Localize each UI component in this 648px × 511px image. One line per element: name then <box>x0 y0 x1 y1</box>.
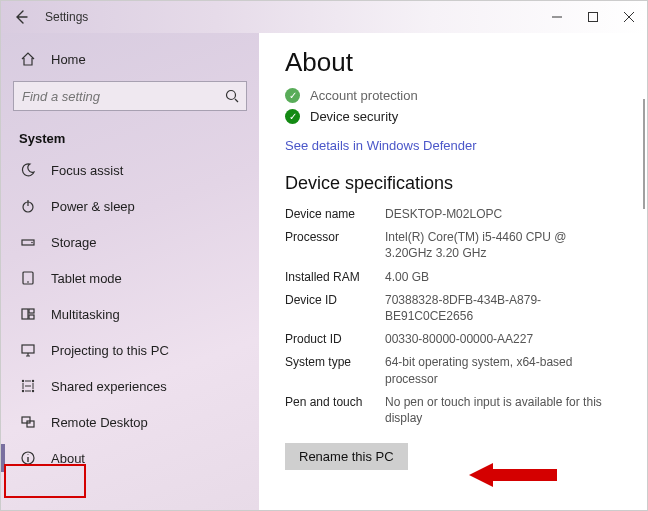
svg-point-13 <box>32 390 34 392</box>
svg-point-1 <box>227 91 236 100</box>
sidebar-item-label: Storage <box>51 235 97 250</box>
sidebar-item-tablet-mode[interactable]: Tablet mode <box>1 260 259 296</box>
content-pane: About ✓ Account protection ✓ Device secu… <box>259 33 647 510</box>
svg-rect-0 <box>589 13 598 22</box>
sidebar-item-label: Remote Desktop <box>51 415 148 430</box>
sidebar-item-home[interactable]: Home <box>1 41 259 77</box>
defender-link[interactable]: See details in Windows Defender <box>285 138 477 153</box>
svg-point-11 <box>32 380 34 382</box>
checkmark-icon: ✓ <box>285 109 300 124</box>
checkmark-icon: ✓ <box>285 88 300 103</box>
sidebar: Home System Focus assist <box>1 33 259 510</box>
window-title: Settings <box>41 1 539 33</box>
spec-label: Processor <box>285 229 385 261</box>
sidebar-item-label: Home <box>51 52 86 67</box>
sidebar-item-storage[interactable]: Storage <box>1 224 259 260</box>
status-label: Account protection <box>310 88 418 103</box>
sidebar-item-shared-experiences[interactable]: Shared experiences <box>1 368 259 404</box>
spec-table: Device name DESKTOP-M02LOPC Processor In… <box>285 206 627 426</box>
spec-value: Intel(R) Core(TM) i5-4460 CPU @ 3.20GHz … <box>385 229 627 261</box>
back-button[interactable] <box>1 1 41 33</box>
spec-value: 70388328-8DFB-434B-A879-BE91C0CE2656 <box>385 292 627 324</box>
multitasking-icon <box>19 306 37 322</box>
svg-rect-8 <box>29 315 34 319</box>
specs-heading: Device specifications <box>285 173 627 194</box>
status-row-account-protection: ✓ Account protection <box>285 88 627 103</box>
search-icon <box>225 89 239 103</box>
svg-rect-6 <box>22 309 28 319</box>
sidebar-item-focus-assist[interactable]: Focus assist <box>1 152 259 188</box>
sidebar-item-remote-desktop[interactable]: Remote Desktop <box>1 404 259 440</box>
sidebar-item-multitasking[interactable]: Multitasking <box>1 296 259 332</box>
spec-value: No pen or touch input is available for t… <box>385 394 627 426</box>
status-row-device-security: ✓ Device security <box>285 109 627 124</box>
spec-row-processor: Processor Intel(R) Core(TM) i5-4460 CPU … <box>285 229 627 261</box>
svg-rect-9 <box>22 345 34 353</box>
rename-pc-button[interactable]: Rename this PC <box>285 443 408 470</box>
maximize-icon <box>588 12 598 22</box>
sidebar-item-projecting[interactable]: Projecting to this PC <box>1 332 259 368</box>
spec-label: Installed RAM <box>285 269 385 285</box>
svg-rect-7 <box>29 309 34 313</box>
svg-point-12 <box>22 390 24 392</box>
spec-row-device-name: Device name DESKTOP-M02LOPC <box>285 206 627 222</box>
shared-icon <box>19 378 37 394</box>
spec-label: Device ID <box>285 292 385 324</box>
spec-row-system-type: System type 64-bit operating system, x64… <box>285 354 627 386</box>
spec-value: 64-bit operating system, x64-based proce… <box>385 354 627 386</box>
info-icon <box>19 450 37 466</box>
projecting-icon <box>19 342 37 358</box>
close-button[interactable] <box>611 1 647 33</box>
svg-point-10 <box>22 380 24 382</box>
spec-value: 4.00 GB <box>385 269 627 285</box>
search-input[interactable] <box>13 81 247 111</box>
storage-icon <box>19 234 37 250</box>
maximize-button[interactable] <box>575 1 611 33</box>
scrollbar-thumb[interactable] <box>643 99 645 209</box>
minimize-icon <box>552 12 562 22</box>
sidebar-item-label: About <box>51 451 85 466</box>
sidebar-item-label: Tablet mode <box>51 271 122 286</box>
spec-row-ram: Installed RAM 4.00 GB <box>285 269 627 285</box>
remote-desktop-icon <box>19 414 37 430</box>
sidebar-item-label: Multitasking <box>51 307 120 322</box>
sidebar-item-label: Power & sleep <box>51 199 135 214</box>
spec-label: Pen and touch <box>285 394 385 426</box>
spec-row-product-id: Product ID 00330-80000-00000-AA227 <box>285 331 627 347</box>
sidebar-section-header: System <box>1 119 259 152</box>
sidebar-item-label: Focus assist <box>51 163 123 178</box>
sidebar-item-power-sleep[interactable]: Power & sleep <box>1 188 259 224</box>
close-icon <box>624 12 634 22</box>
spec-row-pen-touch: Pen and touch No pen or touch input is a… <box>285 394 627 426</box>
spec-row-device-id: Device ID 70388328-8DFB-434B-A879-BE91C0… <box>285 292 627 324</box>
svg-point-4 <box>31 242 33 244</box>
spec-value: 00330-80000-00000-AA227 <box>385 331 627 347</box>
home-icon <box>19 51 37 67</box>
spec-value: DESKTOP-M02LOPC <box>385 206 627 222</box>
titlebar: Settings <box>1 1 647 33</box>
spec-label: Device name <box>285 206 385 222</box>
page-title: About <box>285 47 627 78</box>
svg-rect-14 <box>22 417 30 423</box>
sidebar-item-label: Shared experiences <box>51 379 167 394</box>
status-label: Device security <box>310 109 398 124</box>
spec-label: System type <box>285 354 385 386</box>
power-icon <box>19 198 37 214</box>
sidebar-item-about[interactable]: About <box>1 440 259 476</box>
annotation-arrow-icon <box>469 459 559 491</box>
moon-icon <box>19 162 37 178</box>
sidebar-item-label: Projecting to this PC <box>51 343 169 358</box>
arrow-left-icon <box>14 10 28 24</box>
spec-label: Product ID <box>285 331 385 347</box>
tablet-icon <box>19 270 37 286</box>
minimize-button[interactable] <box>539 1 575 33</box>
